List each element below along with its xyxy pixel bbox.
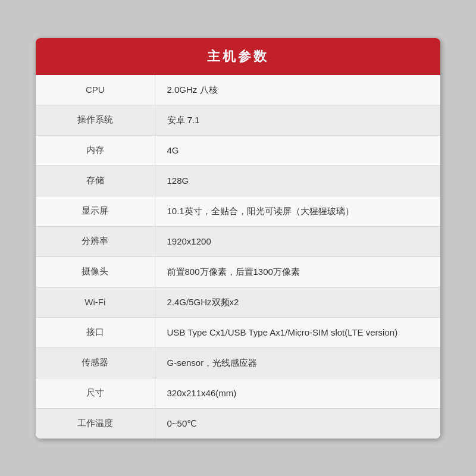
spec-value: 10.1英寸，全贴合，阳光可读屏（大猩猩玻璃）: [155, 196, 440, 226]
spec-value: 前置800万像素，后置1300万像素: [155, 256, 440, 287]
table-row: 分辨率1920x1200: [36, 226, 440, 256]
table-row: 显示屏10.1英寸，全贴合，阳光可读屏（大猩猩玻璃）: [36, 196, 440, 226]
spec-label: 尺寸: [36, 378, 155, 408]
card-header: 主机参数: [36, 38, 440, 75]
table-row: 操作系统安卓 7.1: [36, 105, 440, 135]
spec-label: 工作温度: [36, 408, 155, 439]
spec-label: 摄像头: [36, 256, 155, 287]
table-row: 存储128G: [36, 165, 440, 196]
table-row: 尺寸320x211x46(mm): [36, 378, 440, 408]
spec-label: 内存: [36, 135, 155, 165]
spec-label: 操作系统: [36, 105, 155, 135]
spec-value: 2.4G/5GHz双频x2: [155, 287, 440, 317]
spec-value: 0~50℃: [155, 408, 440, 439]
spec-value: 2.0GHz 八核: [155, 75, 440, 105]
table-row: 摄像头前置800万像素，后置1300万像素: [36, 256, 440, 287]
spec-label: CPU: [36, 75, 155, 105]
spec-label: 传感器: [36, 347, 155, 378]
table-row: 传感器G-sensor，光线感应器: [36, 347, 440, 378]
spec-value: 安卓 7.1: [155, 105, 440, 135]
spec-label: 存储: [36, 165, 155, 196]
spec-label: Wi-Fi: [36, 287, 155, 317]
spec-value: USB Type Cx1/USB Type Ax1/Micro-SIM slot…: [155, 317, 440, 347]
table-row: 内存4G: [36, 135, 440, 165]
spec-label: 接口: [36, 317, 155, 347]
card-title: 主机参数: [207, 49, 269, 64]
table-row: CPU2.0GHz 八核: [36, 75, 440, 105]
table-row: 工作温度0~50℃: [36, 408, 440, 439]
spec-label: 显示屏: [36, 196, 155, 226]
spec-card: 主机参数 CPU2.0GHz 八核操作系统安卓 7.1内存4G存储128G显示屏…: [36, 38, 440, 439]
spec-value: 320x211x46(mm): [155, 378, 440, 408]
table-row: 接口USB Type Cx1/USB Type Ax1/Micro-SIM sl…: [36, 317, 440, 347]
spec-value: 4G: [155, 135, 440, 165]
table-row: Wi-Fi2.4G/5GHz双频x2: [36, 287, 440, 317]
spec-value: 128G: [155, 165, 440, 196]
spec-value: G-sensor，光线感应器: [155, 347, 440, 378]
spec-value: 1920x1200: [155, 226, 440, 256]
spec-table: CPU2.0GHz 八核操作系统安卓 7.1内存4G存储128G显示屏10.1英…: [36, 75, 440, 439]
spec-label: 分辨率: [36, 226, 155, 256]
